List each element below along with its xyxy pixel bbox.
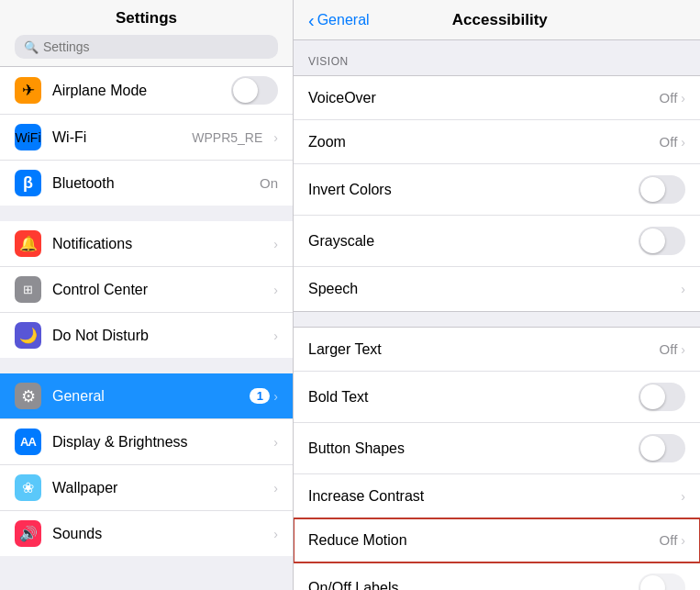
grayscale-toggle[interactable]	[639, 227, 685, 255]
sidebar-item-do-not-disturb[interactable]: 🌙 Do Not Disturb ›	[0, 313, 293, 358]
invert-colors-label: Invert Colors	[308, 182, 639, 198]
larger-text-label: Larger Text	[308, 341, 660, 358]
chevron-right-icon: ›	[681, 91, 685, 106]
vision-group: VoiceOver Off › Zoom Off › Invert Colors…	[294, 75, 700, 312]
button-shapes-label: Button Shapes	[308, 440, 639, 457]
button-shapes-row[interactable]: Button Shapes	[294, 423, 700, 474]
sidebar-item-label: Display & Brightness	[52, 434, 273, 451]
chevron-right-icon: ›	[681, 135, 685, 150]
sidebar-item-airplane-mode[interactable]: ✈ Airplane Mode	[0, 67, 293, 115]
back-label: General	[317, 12, 370, 28]
sidebar-item-wifi[interactable]: WiFi Wi-Fi WPPR5_RE ›	[0, 115, 293, 161]
chevron-right-icon: ›	[273, 435, 278, 450]
sidebar-item-label: General	[52, 388, 250, 405]
chevron-right-icon: ›	[681, 282, 685, 296]
on-off-labels-toggle[interactable]	[639, 573, 685, 590]
sidebar-header: Settings 🔍	[0, 0, 293, 67]
bold-text-label: Bold Text	[308, 389, 639, 406]
reduce-motion-value: Off	[660, 532, 678, 548]
search-input[interactable]	[43, 39, 269, 54]
zoom-value: Off	[660, 134, 678, 150]
airplane-icon: ✈	[15, 77, 41, 104]
sidebar-item-display-brightness[interactable]: AA Display & Brightness ›	[0, 419, 293, 465]
invert-colors-toggle[interactable]	[639, 175, 685, 204]
zoom-row[interactable]: Zoom Off ›	[294, 120, 700, 164]
speech-label: Speech	[308, 281, 681, 297]
increase-contrast-label: Increase Contrast	[308, 488, 681, 505]
grayscale-label: Grayscale	[308, 233, 639, 250]
wifi-network-name: WPPR5_RE	[192, 130, 262, 145]
bold-text-row[interactable]: Bold Text	[294, 372, 700, 423]
increase-contrast-row[interactable]: Increase Contrast ›	[294, 474, 700, 518]
chevron-right-icon: ›	[273, 130, 278, 145]
voiceover-row[interactable]: VoiceOver Off ›	[294, 76, 700, 120]
larger-text-row[interactable]: Larger Text Off ›	[294, 328, 700, 372]
sidebar-item-label: Notifications	[52, 236, 273, 252]
search-bar[interactable]: 🔍	[15, 35, 278, 59]
settings-list: ✈ Airplane Mode WiFi Wi-Fi WPPR5_RE › β …	[0, 67, 293, 590]
chevron-right-icon: ›	[273, 481, 278, 495]
sidebar-item-label: Airplane Mode	[52, 83, 231, 99]
search-icon: 🔍	[24, 40, 39, 54]
chevron-left-icon: ‹	[308, 11, 315, 29]
voiceover-label: VoiceOver	[308, 90, 660, 106]
settings-group-personalization: ⚙ General 1 › AA Display & Brightness › …	[0, 373, 293, 556]
accessibility-panel: ‹ General Accessibility VISION VoiceOver…	[294, 0, 700, 590]
sidebar-item-label: Control Center	[52, 282, 273, 298]
sidebar-item-bluetooth[interactable]: β Bluetooth On	[0, 161, 293, 206]
sidebar-item-general[interactable]: ⚙ General 1 ›	[0, 373, 293, 419]
sidebar-item-control-center[interactable]: ⊞ Control Center ›	[0, 267, 293, 313]
general-icon: ⚙	[15, 383, 41, 409]
chevron-right-icon: ›	[273, 328, 278, 343]
sidebar-title: Settings	[15, 9, 278, 28]
bluetooth-value-area: On	[260, 175, 278, 191]
zoom-label: Zoom	[308, 134, 660, 150]
button-shapes-toggle[interactable]	[639, 434, 685, 462]
control-center-icon: ⊞	[15, 276, 41, 303]
chevron-right-icon: ›	[681, 489, 685, 504]
sounds-icon: 🔊	[15, 520, 41, 547]
vision-section-label: VISION	[294, 55, 700, 75]
back-button[interactable]: ‹ General	[308, 11, 370, 29]
group-separator	[0, 206, 293, 221]
sidebar-item-sounds[interactable]: 🔊 Sounds ›	[0, 511, 293, 556]
bluetooth-status: On	[260, 175, 278, 191]
group-separator	[0, 359, 293, 373]
chevron-right-icon: ›	[273, 237, 278, 251]
reduce-motion-row[interactable]: Reduce Motion Off ›	[294, 518, 700, 562]
speech-row[interactable]: Speech ›	[294, 267, 700, 311]
sidebar-item-notifications[interactable]: 🔔 Notifications ›	[0, 221, 293, 267]
settings-group-connectivity: ✈ Airplane Mode WiFi Wi-Fi WPPR5_RE › β …	[0, 67, 293, 206]
chevron-right-icon: ›	[681, 533, 685, 548]
airplane-toggle-area	[231, 76, 278, 105]
accessibility-content: VISION VoiceOver Off › Zoom Off › Invert…	[294, 40, 700, 590]
bold-text-toggle[interactable]	[639, 383, 685, 411]
chevron-right-icon: ›	[273, 527, 278, 541]
accessibility-title: Accessibility	[370, 11, 630, 29]
general-badge: 1	[250, 388, 270, 404]
sidebar-item-label: Bluetooth	[52, 175, 260, 192]
larger-text-value: Off	[660, 341, 678, 357]
text-group: Larger Text Off › Bold Text Button Shape…	[294, 327, 700, 590]
settings-group-system: 🔔 Notifications › ⊞ Control Center › 🌙 D…	[0, 221, 293, 358]
on-off-labels-row[interactable]: On/Off Labels	[294, 562, 700, 590]
sidebar-item-label: Do Not Disturb	[52, 328, 273, 344]
airplane-toggle[interactable]	[231, 76, 278, 105]
wifi-icon: WiFi	[15, 124, 41, 150]
chevron-right-icon: ›	[681, 342, 685, 357]
sidebar-item-wallpaper[interactable]: ❀ Wallpaper ›	[0, 465, 293, 511]
sidebar-item-label: Sounds	[52, 526, 273, 542]
wallpaper-icon: ❀	[15, 474, 41, 501]
sidebar-item-label: Wallpaper	[52, 480, 273, 496]
do-not-disturb-icon: 🌙	[15, 322, 41, 349]
voiceover-value: Off	[660, 90, 678, 106]
grayscale-row[interactable]: Grayscale	[294, 216, 700, 267]
chevron-right-icon: ›	[273, 283, 278, 297]
invert-colors-row[interactable]: Invert Colors	[294, 164, 700, 216]
notifications-icon: 🔔	[15, 230, 41, 257]
on-off-labels-label: On/Off Labels	[308, 580, 639, 591]
wifi-value-area: WPPR5_RE ›	[192, 130, 278, 145]
bluetooth-icon: β	[15, 170, 41, 196]
reduce-motion-label: Reduce Motion	[308, 532, 660, 549]
display-brightness-icon: AA	[15, 429, 41, 455]
